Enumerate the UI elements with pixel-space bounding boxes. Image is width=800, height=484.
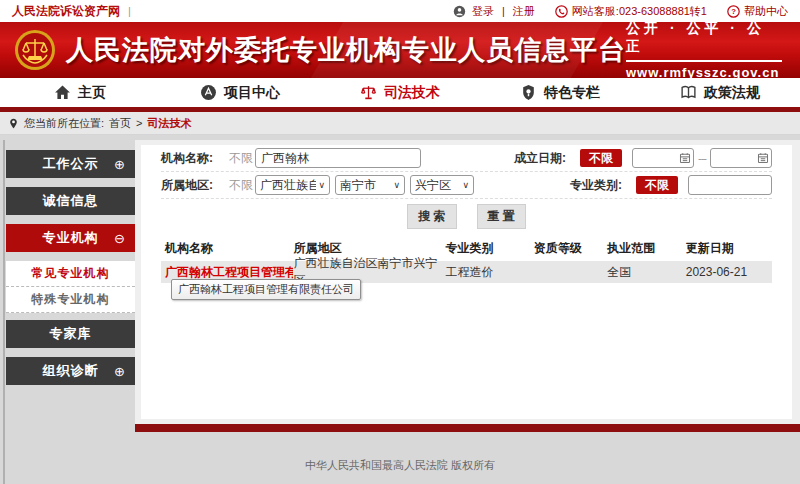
city-select[interactable]: 南宁市 ∨ <box>335 175 405 195</box>
topbar-divider: | <box>128 5 131 17</box>
nav-featured-label: 特色专栏 <box>544 84 600 102</box>
sidebar-item-expert-pool[interactable]: 专家库 <box>6 320 135 348</box>
header-updated: 更新日期 <box>686 240 772 257</box>
sidebar-item-professional-orgs[interactable]: 专业机构 ⊖ <box>6 224 135 252</box>
nav-policy[interactable]: 政策法规 <box>640 78 800 107</box>
calendar-icon[interactable] <box>757 152 769 164</box>
project-center-icon <box>200 84 217 101</box>
row-updated-cell: 2023-06-21 <box>686 265 772 279</box>
row-org-name-cell: 广西翰林工程项目管理有限责任... <box>161 264 293 281</box>
location-icon <box>8 118 19 129</box>
region-any[interactable]: 不限 <box>229 177 255 194</box>
category-input[interactable] <box>688 175 772 195</box>
sidebar-subitem-special-orgs[interactable]: 特殊专业机构 <box>6 287 135 313</box>
banner-slogan: 公开 · 公平 · 公正 <box>626 22 782 62</box>
breadcrumb-prefix: 您当前所在位置: <box>24 116 104 131</box>
sidebar-item-work-publicity[interactable]: 工作公示 ⊕ <box>6 150 135 178</box>
results-table: 机构名称 所属地区 专业类别 资质等级 执业范围 更新日期 广西翰林工程项目管理… <box>161 235 772 283</box>
form-buttons: 搜 索 重 置 <box>161 199 772 233</box>
province-select[interactable]: 广西壮族自治区 ∨ <box>255 175 330 195</box>
help-group: ? 帮助中心 <box>727 4 788 19</box>
header-category: 专业类别 <box>445 240 533 257</box>
login-link[interactable]: 登录 <box>472 4 494 19</box>
city-select-value: 南宁市 <box>340 177 391 194</box>
sidebar-subitem-common-orgs[interactable]: 常见专业机构 <box>6 261 135 287</box>
sidebar-item-org-diagnosis[interactable]: 组织诊断 ⊕ <box>6 357 135 385</box>
help-link[interactable]: 帮助中心 <box>744 4 788 19</box>
nav-policy-label: 政策法规 <box>704 84 760 102</box>
nav-judicial-tech-label: 司法技术 <box>384 84 440 102</box>
category-any-button[interactable]: 不限 <box>636 176 678 194</box>
established-any-button[interactable]: 不限 <box>580 149 622 167</box>
date-from-wrap <box>632 148 694 168</box>
svg-text:?: ? <box>731 7 736 16</box>
search-panel: 机构名称: 不限 成立日期: 不限 --- <box>141 145 792 419</box>
site-name-link[interactable]: 人民法院诉讼资产网 <box>12 3 120 20</box>
established-group: 成立日期: 不限 --- <box>514 148 772 168</box>
topbar-right: 登录 | 注册 网站客服:023-63088881转1 ? 帮助中心 <box>453 4 788 19</box>
reset-button[interactable]: 重 置 <box>477 204 526 229</box>
panel-bottom-bar <box>135 424 800 432</box>
footer: 中华人民共和国最高人民法院 版权所有 <box>0 432 800 484</box>
sidebar-item-professional-orgs-label: 专业机构 <box>43 229 99 247</box>
chevron-down-icon: ∨ <box>462 180 469 190</box>
header-scope: 执业范围 <box>607 240 685 257</box>
nav-judicial-tech[interactable]: 司法技术 <box>320 78 480 107</box>
sidebar-submenu: 常见专业机构 特殊专业机构 <box>6 261 135 313</box>
org-name-any[interactable]: 不限 <box>229 150 255 167</box>
org-name-link[interactable]: 广西翰林工程项目管理有限责任... <box>165 265 293 279</box>
org-name-input[interactable] <box>255 148 421 168</box>
nav-home-label: 主页 <box>78 84 106 102</box>
breadcrumb-separator: > <box>136 117 142 129</box>
expand-icon[interactable]: ⊕ <box>114 364 126 379</box>
date-range-separator: --- <box>698 152 706 164</box>
province-select-value: 广西壮族自治区 <box>260 177 316 194</box>
register-link[interactable]: 注册 <box>513 4 535 19</box>
main-content: 机构名称: 不限 成立日期: 不限 --- <box>135 140 800 424</box>
site-banner: 人民法院对外委托专业机构专业人员信息平台 公开 · 公平 · 公正 www.rm… <box>0 22 800 78</box>
header-org-name: 机构名称 <box>161 240 293 257</box>
district-select-value: 兴宁区 <box>415 177 460 194</box>
expand-icon[interactable]: ⊕ <box>114 157 126 172</box>
breadcrumb: 您当前所在位置: 首页 > 司法技术 <box>0 112 800 135</box>
shield-icon <box>520 84 537 101</box>
home-icon <box>54 84 71 101</box>
banner-url: www.rmfysszc.gov.cn <box>626 62 782 78</box>
court-emblem-icon <box>14 29 56 71</box>
org-name-tooltip: 广西翰林工程项目管理有限责任公司 <box>171 279 361 300</box>
nav-home[interactable]: 主页 <box>0 78 160 107</box>
district-select[interactable]: 兴宁区 ∨ <box>410 175 474 195</box>
main-nav: 主页 项目中心 司法技术 特色专栏 政策法规 <box>0 78 800 112</box>
login-register-separator: | <box>502 5 505 17</box>
banner-right: 公开 · 公平 · 公正 www.rmfysszc.gov.cn <box>626 22 786 78</box>
sidebar-item-expert-pool-label: 专家库 <box>50 325 92 343</box>
sidebar-item-integrity-info[interactable]: 诚信信息 <box>6 187 135 215</box>
org-name-label: 机构名称: <box>161 150 229 167</box>
breadcrumb-home[interactable]: 首页 <box>109 116 131 131</box>
row-category-cell: 工程造价 <box>445 264 533 281</box>
header-level: 资质等级 <box>534 240 608 257</box>
form-row-org-name: 机构名称: 不限 成立日期: 不限 --- <box>161 145 772 172</box>
search-button[interactable]: 搜 索 <box>407 204 456 229</box>
form-row-region: 所属地区: 不限 广西壮族自治区 ∨ 南宁市 ∨ 兴宁区 ∨ 专业类别: 不限 <box>161 172 772 199</box>
phone-icon <box>555 5 568 18</box>
collapse-icon[interactable]: ⊖ <box>114 231 126 246</box>
topbar-left: 人民法院诉讼资产网 | <box>12 3 131 20</box>
sidebar: 工作公示 ⊕ 诚信信息 专业机构 ⊖ 常见专业机构 特殊专业机构 专家库 组织诊… <box>6 140 135 394</box>
established-label: 成立日期: <box>514 150 580 167</box>
chevron-down-icon: ∨ <box>318 180 325 190</box>
nav-featured[interactable]: 特色专栏 <box>480 78 640 107</box>
service-phone[interactable]: 网站客服:023-63088881转1 <box>572 4 707 19</box>
nav-project-center[interactable]: 项目中心 <box>160 78 320 107</box>
sidebar-item-org-diagnosis-label: 组织诊断 <box>43 362 99 380</box>
footer-copyright: 中华人民共和国最高人民法院 版权所有 <box>305 459 495 471</box>
help-icon: ? <box>727 5 740 18</box>
row-scope-cell: 全国 <box>607 264 685 281</box>
calendar-icon[interactable] <box>679 152 691 164</box>
date-to-wrap <box>710 148 772 168</box>
chevron-down-icon: ∨ <box>393 180 400 190</box>
header-region: 所属地区 <box>293 240 445 257</box>
site-title: 人民法院对外委托专业机构专业人员信息平台 <box>66 32 626 68</box>
category-label: 专业类别: <box>570 177 636 194</box>
book-icon <box>680 84 697 101</box>
